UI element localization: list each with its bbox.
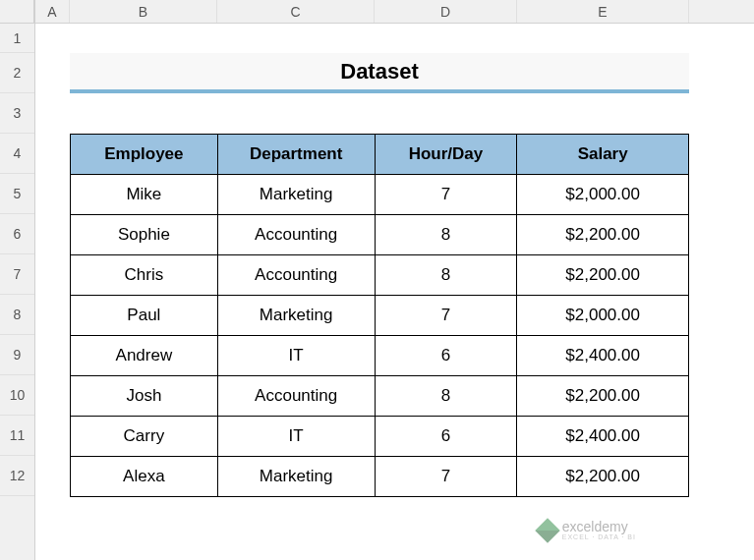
cell-employee[interactable]: Andrew — [71, 336, 218, 376]
cell-hourday[interactable]: 8 — [375, 376, 517, 417]
header-employee[interactable]: Employee — [71, 135, 218, 175]
row-header-9[interactable]: 9 — [0, 335, 34, 375]
table-row: Paul Marketing 7 $2,000.00 — [71, 296, 689, 336]
cell-hourday[interactable]: 6 — [375, 417, 517, 457]
cell-hourday[interactable]: 8 — [375, 215, 517, 255]
row-header-11[interactable]: 11 — [0, 416, 34, 456]
header-hourday[interactable]: Hour/Day — [375, 135, 517, 175]
row-header-5[interactable]: 5 — [0, 174, 34, 214]
grid-area[interactable]: Dataset Employee Department Hour/Day Sal… — [35, 24, 754, 560]
row-header-6[interactable]: 6 — [0, 214, 34, 254]
table-row: Carry IT 6 $2,400.00 — [71, 417, 689, 457]
cell-salary[interactable]: $2,200.00 — [517, 457, 689, 497]
row-header-2[interactable]: 2 — [0, 53, 34, 93]
cell-hourday[interactable]: 6 — [375, 336, 517, 376]
row-header-3[interactable]: 3 — [0, 93, 34, 134]
watermark-title: exceldemy — [562, 520, 636, 533]
cell-hourday[interactable]: 8 — [375, 255, 517, 296]
select-all-corner[interactable] — [0, 0, 34, 24]
cell-salary[interactable]: $2,200.00 — [517, 255, 689, 296]
cell-employee[interactable]: Chris — [71, 255, 218, 296]
cell-salary[interactable]: $2,400.00 — [517, 417, 689, 457]
watermark: exceldemy EXCEL · DATA · BI — [539, 520, 636, 540]
col-header-c[interactable]: C — [217, 0, 375, 23]
cell-employee[interactable]: Carry — [71, 417, 218, 457]
row-headers: 1 2 3 4 5 6 7 8 9 10 11 12 — [0, 0, 35, 560]
table-row: Alexa Marketing 7 $2,200.00 — [71, 457, 689, 497]
cell-hourday[interactable]: 7 — [375, 296, 517, 336]
watermark-text: exceldemy EXCEL · DATA · BI — [562, 520, 636, 540]
spreadsheet: 1 2 3 4 5 6 7 8 9 10 11 12 A B C D E Dat… — [0, 0, 754, 560]
cell-department[interactable]: Marketing — [217, 175, 375, 215]
content-area: A B C D E Dataset Employee Department Ho… — [35, 0, 754, 560]
cell-hourday[interactable]: 7 — [375, 457, 517, 497]
cell-employee[interactable]: Josh — [71, 376, 218, 417]
table-row: Andrew IT 6 $2,400.00 — [71, 336, 689, 376]
col-headers: A B C D E — [35, 0, 754, 24]
cell-department[interactable]: IT — [217, 417, 375, 457]
row-header-1[interactable]: 1 — [0, 24, 34, 53]
cell-salary[interactable]: $2,200.00 — [517, 215, 689, 255]
spacer-row[interactable] — [70, 93, 754, 134]
cell-department[interactable]: Accounting — [217, 376, 375, 417]
row-header-7[interactable]: 7 — [0, 254, 34, 295]
table-row: Sophie Accounting 8 $2,200.00 — [71, 215, 689, 255]
row-header-8[interactable]: 8 — [0, 295, 34, 335]
cell-salary[interactable]: $2,000.00 — [517, 296, 689, 336]
table-header-row: Employee Department Hour/Day Salary — [71, 135, 689, 175]
cell-employee[interactable]: Sophie — [71, 215, 218, 255]
table-row: Josh Accounting 8 $2,200.00 — [71, 376, 689, 417]
cell-department[interactable]: Marketing — [217, 457, 375, 497]
row-header-12[interactable]: 12 — [0, 456, 34, 496]
col-header-d[interactable]: D — [375, 0, 517, 23]
cell-hourday[interactable]: 7 — [375, 175, 517, 215]
cell-department[interactable]: Accounting — [217, 255, 375, 296]
cell-employee[interactable]: Mike — [71, 175, 218, 215]
col-header-b[interactable]: B — [70, 0, 217, 23]
cell-salary[interactable]: $2,000.00 — [517, 175, 689, 215]
cell-employee[interactable]: Paul — [71, 296, 218, 336]
table-row: Chris Accounting 8 $2,200.00 — [71, 255, 689, 296]
dataset-title[interactable]: Dataset — [70, 53, 689, 93]
data-table: Employee Department Hour/Day Salary Mike… — [70, 134, 689, 497]
col-header-e[interactable]: E — [517, 0, 689, 23]
cell-department[interactable]: Marketing — [217, 296, 375, 336]
cell-salary[interactable]: $2,400.00 — [517, 336, 689, 376]
watermark-sub: EXCEL · DATA · BI — [562, 533, 636, 540]
row-header-10[interactable]: 10 — [0, 375, 34, 416]
table-row: Mike Marketing 7 $2,000.00 — [71, 175, 689, 215]
cell-department[interactable]: IT — [217, 336, 375, 376]
header-salary[interactable]: Salary — [517, 135, 689, 175]
watermark-icon — [535, 518, 559, 542]
cell-employee[interactable]: Alexa — [71, 457, 218, 497]
cell-salary[interactable]: $2,200.00 — [517, 376, 689, 417]
row-header-4[interactable]: 4 — [0, 134, 34, 174]
header-department[interactable]: Department — [217, 135, 375, 175]
cell-department[interactable]: Accounting — [217, 215, 375, 255]
col-header-a[interactable]: A — [35, 0, 70, 23]
